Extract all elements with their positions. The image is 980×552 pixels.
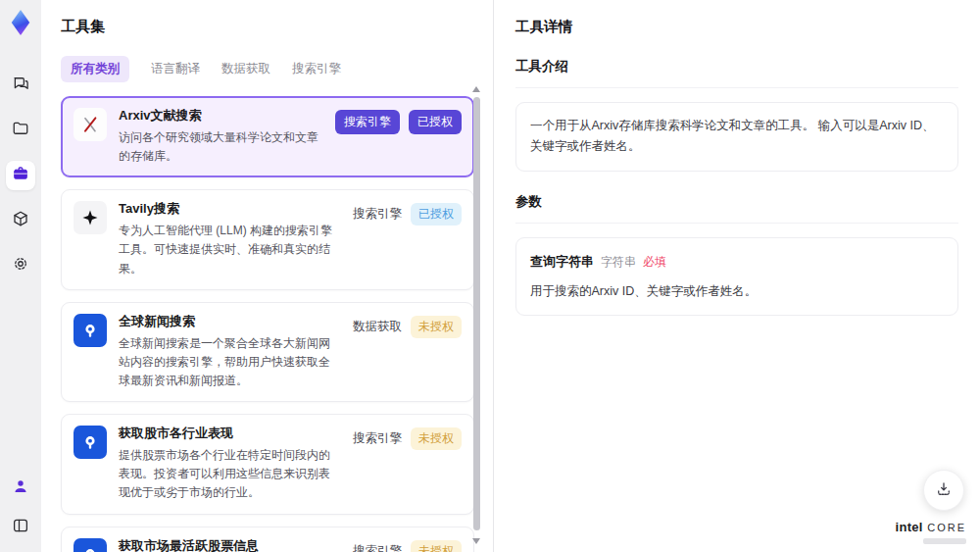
tab-search-engine[interactable]: 搜索引擎 [292, 61, 341, 77]
page-title: 工具集 [61, 18, 473, 36]
stock-logo-icon [74, 426, 107, 459]
category-tabs: 所有类别 语言翻译 数据获取 搜索引擎 [61, 56, 473, 82]
sidebar [0, 0, 41, 552]
parameter-required-flag: 必填 [643, 252, 666, 272]
intel-logo-subtext [923, 538, 966, 544]
briefcase-icon [12, 165, 29, 186]
download-button[interactable] [923, 470, 964, 511]
tab-language-translation[interactable]: 语言翻译 [151, 61, 200, 77]
tool-card-tavily[interactable]: Tavily搜索 专为人工智能代理 (LLM) 构建的搜索引擎工具。可快速提供实… [61, 189, 474, 289]
app-window: 工具集 所有类别 语言翻译 数据获取 搜索引擎 Arxiv文献搜索 访问各个研究… [0, 0, 980, 552]
stock-logo-icon [74, 538, 107, 552]
tool-description: 提供股票市场各个行业在特定时间段内的表现。投资者可以利用这些信息来识别表现优于或… [119, 446, 341, 503]
parameter-type: 字符串 [601, 252, 636, 272]
sidebar-nav [6, 71, 35, 280]
intro-section-title: 工具介绍 [515, 58, 958, 88]
folder-icon [12, 120, 29, 141]
sidebar-bottom [6, 474, 35, 542]
chat-icon [12, 75, 29, 96]
tool-list-panel: 工具集 所有类别 语言翻译 数据获取 搜索引擎 Arxiv文献搜索 访问各个研究… [41, 0, 494, 552]
detail-title: 工具详情 [515, 18, 958, 36]
scroll-up-arrow-icon[interactable] [472, 86, 480, 92]
auth-badge: 已授权 [411, 203, 462, 226]
global-news-logo-icon [74, 314, 107, 347]
tool-title: 获取市场最活跃股票信息 [119, 538, 341, 552]
tool-title: 全球新闻搜索 [119, 314, 341, 330]
auth-badge: 已授权 [409, 110, 462, 134]
tool-detail-panel: 工具详情 工具介绍 一个用于从Arxiv存储库搜索科学论文和文章的工具。 输入可… [494, 0, 980, 552]
intel-core-logo: intel CORE [896, 519, 966, 544]
auth-badge: 未授权 [411, 427, 462, 450]
tool-title: Arxiv文献搜索 [119, 108, 323, 125]
sidebar-item-files[interactable] [6, 116, 35, 145]
params-section-title: 参数 [515, 193, 958, 224]
sidebar-item-chat[interactable] [6, 71, 35, 100]
gear-icon [12, 255, 29, 276]
category-label: 数据获取 [353, 319, 402, 335]
category-label: 搜索引擎 [353, 430, 402, 447]
tool-intro-box: 一个用于从Arxiv存储库搜索科学论文和文章的工具。 输入可以是Arxiv ID… [515, 102, 958, 172]
arxiv-logo-icon [74, 108, 107, 141]
tab-all-categories[interactable]: 所有类别 [61, 56, 129, 82]
parameter-name: 查询字符串 [530, 251, 594, 273]
tool-card-global-news[interactable]: 全球新闻搜索 全球新闻搜索是一个聚合全球各大新闻网站内容的搜索引擎，帮助用户快速… [61, 302, 474, 402]
tool-title: 获取股市各行业表现 [119, 426, 341, 442]
category-label: 搜索引擎 [353, 543, 402, 552]
user-icon [12, 477, 29, 499]
list-scrollbar[interactable] [473, 84, 480, 552]
panel-toggle-icon [12, 517, 29, 538]
sidebar-item-models[interactable] [6, 206, 35, 235]
sidebar-item-tools[interactable] [6, 161, 35, 190]
tavily-logo-icon [74, 201, 107, 234]
tool-description: 全球新闻搜索是一个聚合全球各大新闻网站内容的搜索引擎，帮助用户快速获取全球最新资… [119, 334, 341, 391]
category-label: 搜索引擎 [353, 206, 402, 223]
sidebar-item-settings[interactable] [6, 251, 35, 280]
scroll-down-arrow-icon[interactable] [472, 538, 480, 544]
sidebar-item-profile[interactable] [6, 474, 35, 503]
parameter-description: 用于搜索的Arxiv ID、关键字或作者姓名。 [530, 281, 944, 302]
tool-card-stock-sector[interactable]: 获取股市各行业表现 提供股票市场各个行业在特定时间段内的表现。投资者可以利用这些… [61, 414, 474, 514]
scrollbar-thumb[interactable] [473, 97, 480, 530]
parameter-box: 查询字符串 字符串 必填 用于搜索的Arxiv ID、关键字或作者姓名。 [515, 237, 958, 316]
tool-description: 专为人工智能代理 (LLM) 构建的搜索引擎工具。可快速提供实时、准确和真实的结… [119, 222, 341, 278]
category-badge: 搜索引擎 [335, 110, 400, 134]
tool-title: Tavily搜索 [119, 201, 341, 218]
tool-cards: Arxiv文献搜索 访问各个研究领域大量科学论文和文章的存储库。 搜索引擎 已授… [61, 96, 474, 552]
auth-badge: 未授权 [411, 540, 462, 552]
cube-icon [12, 210, 29, 231]
auth-badge: 未授权 [411, 316, 462, 338]
app-logo-icon [6, 8, 35, 37]
tab-data-acquisition[interactable]: 数据获取 [221, 61, 270, 77]
tool-description: 访问各个研究领域大量科学论文和文章的存储库。 [119, 128, 323, 166]
tool-card-arxiv[interactable]: Arxiv文献搜索 访问各个研究领域大量科学论文和文章的存储库。 搜索引擎 已授… [61, 96, 474, 177]
tool-card-active-stocks[interactable]: 获取市场最活跃股票信息 提供当天交易量最高的股票列表。投资者可以利用这些信息来识… [61, 527, 474, 552]
sidebar-item-collapse[interactable] [6, 513, 35, 542]
download-icon [935, 480, 953, 501]
